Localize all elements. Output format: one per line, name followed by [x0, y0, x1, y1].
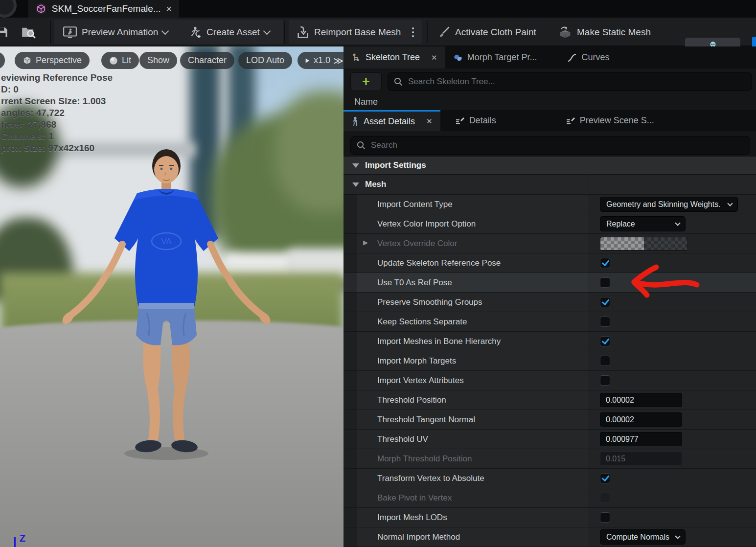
tab-asset-details-label: Asset Details: [364, 116, 415, 127]
save-button[interactable]: [0, 18, 9, 46]
viewport-stat-line: D: 0: [1, 84, 113, 95]
checkbox[interactable]: [600, 297, 610, 307]
tab-morph-target-previewer[interactable]: Morph Target Pr...: [445, 46, 545, 68]
section-import-settings[interactable]: Import Settings: [344, 157, 756, 174]
row-gutter: [344, 371, 357, 390]
add-bone-button[interactable]: +: [350, 72, 382, 91]
checkbox[interactable]: [600, 473, 610, 483]
property-row: Use T0 As Ref Pose: [344, 273, 756, 293]
make-static-mesh-button[interactable]: Make Static Mesh: [558, 18, 651, 46]
asset-editor-tab[interactable]: SKM_SoccerFanFemale... ✕: [28, 0, 179, 18]
character-eye: [160, 168, 163, 170]
tab-curves-label: Curves: [581, 52, 609, 63]
perspective-label: Perspective: [36, 55, 82, 66]
editor-tab-bar: SKM_SoccerFanFemale... ✕: [0, 0, 756, 18]
property-value: [589, 312, 756, 331]
row-gutter: [344, 214, 357, 233]
property-label: Import Content Type: [357, 195, 589, 214]
asset-tab-close-icon[interactable]: ✕: [166, 4, 172, 14]
lit-button[interactable]: Lit: [101, 52, 139, 69]
viewport-stat-line: Channels: 1: [1, 131, 113, 142]
color-swatch[interactable]: [600, 237, 688, 251]
browse-to-asset-button[interactable]: [22, 18, 36, 46]
checkbox[interactable]: [600, 258, 610, 268]
right-dock: Skeleton Tree ✕ Morph Target Pr... Curve…: [344, 46, 756, 547]
tab-preview-scene-label: Preview Scene S...: [580, 115, 654, 126]
activate-cloth-paint-label: Activate Cloth Paint: [455, 27, 536, 38]
chevron-down-icon: [675, 220, 680, 226]
toolbar-separator: [284, 21, 285, 43]
viewport-stat-line: angles: 47,722: [1, 107, 113, 119]
dropdown[interactable]: Geometry and Skinning Weights.: [600, 197, 738, 212]
create-asset-label: Create Asset: [206, 27, 260, 38]
checkbox[interactable]: [600, 317, 610, 327]
viewport[interactable]: VA Perspective Lit: [0, 46, 344, 547]
property-label: Vertex Color Import Option: [357, 214, 589, 233]
property-label-text: Import Morph Targets: [377, 356, 456, 366]
activate-cloth-paint-button[interactable]: Activate Cloth Paint: [437, 18, 536, 46]
property-label-text: Import Meshes in Bone Hierarchy: [377, 337, 501, 346]
axis-z-label: Z: [20, 533, 25, 544]
number-input[interactable]: 0.015: [600, 452, 682, 466]
lod-auto-button[interactable]: LOD Auto: [238, 52, 292, 69]
tab-curves[interactable]: Curves: [559, 46, 617, 68]
row-gutter: [344, 273, 357, 292]
skeleton-search-input[interactable]: [407, 76, 746, 87]
character-face: [154, 156, 179, 183]
folder-search-icon: [22, 25, 36, 39]
property-label-text: Preserve Smoothing Groups: [377, 297, 482, 307]
number-input[interactable]: 0.00002: [600, 393, 682, 407]
row-gutter: [344, 351, 357, 370]
details-search-input[interactable]: [370, 140, 744, 151]
property-value: [589, 371, 756, 390]
tab-close-icon[interactable]: ✕: [431, 53, 437, 62]
create-asset-button[interactable]: Create Asset: [188, 18, 270, 46]
preview-animation-button[interactable]: Preview Animation: [63, 18, 168, 46]
property-row: Morph Threshold Position0.015: [344, 449, 756, 469]
unreal-skeletal-mesh-editor: SKM_SoccerFanFemale... ✕: [0, 0, 756, 547]
reimport-base-mesh-button[interactable]: Reimport Base Mesh: [296, 18, 401, 46]
property-label-text: Use T0 As Ref Pose: [377, 278, 452, 288]
unreal-logo-icon[interactable]: [0, 0, 17, 18]
property-label: Import Meshes in Bone Hierarchy: [357, 332, 589, 351]
dropdown[interactable]: Compute Normals: [600, 529, 686, 545]
details-search[interactable]: [350, 136, 750, 155]
tab-asset-details[interactable]: Asset Details ✕: [344, 110, 440, 131]
property-label: Normal Import Method: [357, 527, 589, 547]
tab-skeleton-tree[interactable]: Skeleton Tree ✕: [344, 46, 445, 68]
perspective-button[interactable]: Perspective: [15, 52, 90, 69]
skeleton-tree-icon: [351, 53, 361, 63]
checkbox[interactable]: [600, 512, 610, 523]
property-label-text: Vertex Color Import Option: [377, 219, 476, 229]
viewport-stat-line: tices: 27,868: [1, 119, 113, 131]
property-row: Bake Pivot in Vertex: [344, 488, 756, 508]
row-gutter: [344, 410, 357, 429]
checkbox[interactable]: [600, 375, 610, 386]
property-value: 0.015: [589, 449, 756, 468]
property-value: [589, 488, 756, 507]
viewport-stats: eviewing Reference PoseD: 0rrent Screen …: [1, 72, 113, 154]
reimport-options-button[interactable]: [410, 18, 414, 46]
property-label-text: Transform Vertex to Absolute: [377, 474, 484, 483]
checkbox[interactable]: [600, 336, 610, 346]
column-header-name[interactable]: Name: [354, 97, 378, 108]
section-mesh[interactable]: Mesh: [344, 175, 756, 194]
expander-icon[interactable]: ▶: [363, 239, 368, 246]
character-eye: [170, 168, 173, 170]
checkbox[interactable]: [600, 277, 610, 288]
property-label: Import Morph Targets: [357, 351, 589, 370]
tab-preview-scene-settings[interactable]: Preview Scene S...: [558, 110, 662, 131]
playback-speed-button[interactable]: x1.0 ≫: [298, 52, 344, 69]
number-input[interactable]: 0.000977: [600, 432, 682, 446]
asset-details-person-icon: [351, 116, 359, 126]
tab-close-icon[interactable]: ✕: [426, 117, 433, 126]
property-label: Keep Sections Separate: [357, 312, 589, 331]
tab-details[interactable]: Details: [447, 110, 504, 131]
dropdown[interactable]: Replace: [600, 216, 686, 231]
number-input[interactable]: 0.00002: [600, 412, 682, 427]
show-button[interactable]: Show: [139, 52, 177, 69]
checkbox[interactable]: [600, 493, 610, 503]
checkbox[interactable]: [600, 356, 610, 366]
skeleton-search[interactable]: [388, 72, 752, 91]
character-button[interactable]: Character: [180, 52, 234, 69]
